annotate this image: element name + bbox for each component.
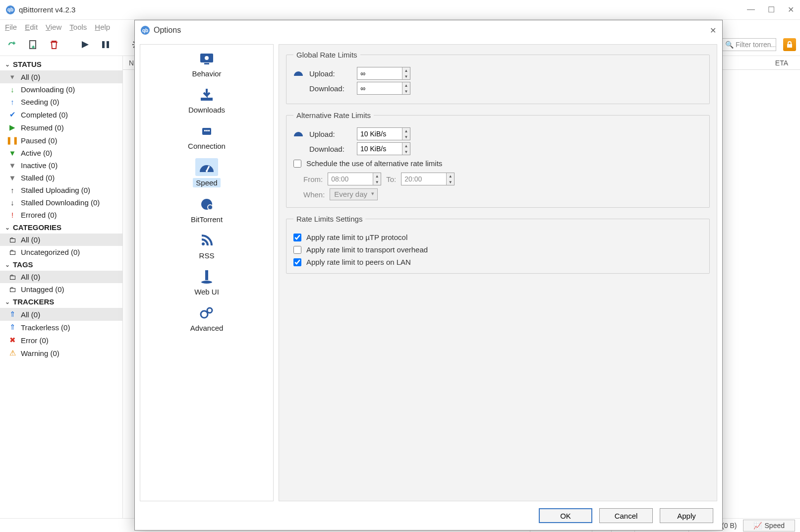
- pause-button[interactable]: [97, 36, 114, 53]
- sidebar-item[interactable]: ▼Stalled (0): [0, 172, 122, 184]
- to-label: To:: [386, 175, 396, 183]
- sidebar-item[interactable]: ▼Active (0): [0, 147, 122, 159]
- ok-button[interactable]: OK: [539, 508, 592, 523]
- category-label: Speed: [193, 178, 220, 187]
- add-link-button[interactable]: [4, 36, 21, 53]
- lock-icon[interactable]: [783, 38, 796, 51]
- sidebar-item[interactable]: ↑Seeding (0): [0, 96, 122, 108]
- minimize-button[interactable]: —: [747, 5, 755, 14]
- section-categories[interactable]: ⌄CATEGORIES: [0, 221, 122, 234]
- resume-button[interactable]: [76, 36, 93, 53]
- category-connection[interactable]: Connection: [177, 120, 236, 153]
- category-rss[interactable]: RSS: [177, 230, 236, 263]
- section-trackers[interactable]: ⌄TRACKERS: [0, 296, 122, 308]
- menu-tools[interactable]: Tools: [69, 23, 87, 31]
- app-icon: qb: [6, 5, 15, 14]
- cancel-button[interactable]: Cancel: [599, 508, 653, 523]
- category-advanced[interactable]: Advanced: [177, 302, 236, 335]
- svg-rect-14: [208, 130, 210, 131]
- sidebar-item[interactable]: ▶Resumed (0): [0, 121, 122, 134]
- utp-checkbox[interactable]: [293, 234, 301, 241]
- sidebar-item[interactable]: ↑Stalled Uploading (0): [0, 184, 122, 196]
- sidebar-item[interactable]: 🗀All (0): [0, 271, 122, 283]
- sidebar-item[interactable]: !Errored (0): [0, 209, 122, 221]
- menu-file[interactable]: File: [5, 23, 17, 31]
- maximize-button[interactable]: ☐: [768, 5, 775, 14]
- spin-down-icon[interactable]: ▼: [402, 73, 410, 79]
- spin-up-icon[interactable]: ▲: [402, 67, 410, 73]
- category-bittorrent[interactable]: BitTorrent: [177, 193, 236, 227]
- category-downloads[interactable]: Downloads: [177, 84, 236, 117]
- svg-point-22: [207, 308, 212, 313]
- dialog-titlebar: qb Options ✕: [135, 20, 722, 40]
- gauge-icon: [293, 130, 304, 137]
- sidebar-item[interactable]: ▾All (0): [0, 70, 122, 83]
- sidebar-item-label: Stalled Uploading (0): [21, 186, 90, 194]
- connection-icon: [195, 122, 218, 140]
- alt-download-input[interactable]: ▲▼: [357, 142, 410, 155]
- category-webui[interactable]: Web UI: [177, 266, 236, 299]
- sidebar-item[interactable]: ✔Completed (0): [0, 108, 122, 121]
- sidebar-item-label: All (0): [21, 73, 40, 81]
- svg-point-8: [205, 56, 209, 60]
- dialog-footer: OK Cancel Apply: [135, 501, 722, 530]
- alt-upload-input[interactable]: ▲▼: [357, 127, 410, 140]
- downloads-icon: [195, 86, 218, 104]
- category-speed[interactable]: Speed: [177, 156, 236, 190]
- dialog-close-button[interactable]: ✕: [710, 26, 716, 35]
- menu-edit[interactable]: Edit: [25, 23, 38, 31]
- alt-rate-limits-group: Alternative Rate Limits Upload: ▲▼ Downl…: [286, 111, 710, 208]
- col-eta[interactable]: ETA: [775, 59, 794, 67]
- sidebar-item-label: All (0): [21, 273, 40, 281]
- global-download-input[interactable]: ▲▼: [357, 82, 410, 95]
- from-time-input: ▲▼: [328, 173, 381, 185]
- sidebar-item[interactable]: ⚠Warning (0): [0, 347, 122, 359]
- sidebar-item-label: Resumed (0): [21, 123, 64, 132]
- status-icon: ❚❚: [8, 136, 17, 145]
- from-label: From:: [303, 175, 323, 183]
- apply-button[interactable]: Apply: [660, 508, 713, 523]
- category-label: BitTorrent: [191, 215, 223, 224]
- sidebar-item[interactable]: ❚❚Paused (0): [0, 134, 122, 147]
- sidebar-item-label: Completed (0): [21, 111, 68, 119]
- menu-view[interactable]: View: [46, 23, 61, 31]
- sidebar-item[interactable]: ⇑All (0): [0, 308, 122, 321]
- section-tags[interactable]: ⌄TAGS: [0, 258, 122, 271]
- overhead-checkbox[interactable]: [293, 246, 301, 254]
- sidebar-item[interactable]: ▼Inactive (0): [0, 159, 122, 172]
- global-legend: Global Rate Limits: [293, 51, 360, 59]
- sidebar-item[interactable]: 🗀All (0): [0, 234, 122, 246]
- menu-help[interactable]: Help: [95, 23, 110, 31]
- close-button[interactable]: ✕: [788, 5, 794, 14]
- sidebar-item-label: Stalled (0): [21, 174, 55, 182]
- svg-rect-1: [102, 41, 105, 48]
- category-label: Connection: [188, 142, 226, 150]
- col-first[interactable]: N: [129, 59, 134, 67]
- sidebar-item[interactable]: ↓Stalled Downloading (0): [0, 196, 122, 209]
- sidebar-item-label: Warning (0): [21, 349, 59, 357]
- add-file-button[interactable]: [25, 36, 42, 53]
- overhead-label: Apply rate limit to transport overhead: [306, 245, 428, 254]
- status-icon: ▾: [8, 72, 17, 81]
- svg-point-20: [201, 281, 212, 284]
- category-behavior[interactable]: Behavior: [177, 48, 236, 81]
- sidebar-item-label: All (0): [21, 310, 40, 319]
- lan-checkbox[interactable]: [293, 258, 301, 266]
- delete-button[interactable]: [46, 36, 62, 53]
- graph-icon: 📈: [753, 522, 762, 530]
- svg-rect-19: [205, 270, 208, 280]
- sidebar-item[interactable]: 🗀Untagged (0): [0, 283, 122, 296]
- speed-tab-button[interactable]: 📈 Speed: [743, 520, 795, 532]
- titlebar: qb qBittorrent v4.2.3 — ☐ ✕: [0, 0, 800, 20]
- sidebar-item[interactable]: ✖Error (0): [0, 334, 122, 347]
- section-status[interactable]: ⌄STATUS: [0, 58, 122, 70]
- search-box[interactable]: 🔍 Filter torren...: [722, 38, 776, 51]
- sidebar-item[interactable]: 🗀Uncategorized (0): [0, 246, 122, 258]
- webui-icon: [195, 268, 218, 286]
- schedule-checkbox[interactable]: [293, 160, 301, 168]
- sidebar-item[interactable]: ↓Downloading (0): [0, 83, 122, 96]
- behavior-icon: [195, 50, 218, 67]
- sidebar-item[interactable]: ⇑Trackerless (0): [0, 321, 122, 334]
- status-icon: ↑: [8, 186, 17, 194]
- global-upload-input[interactable]: ▲▼: [357, 67, 410, 80]
